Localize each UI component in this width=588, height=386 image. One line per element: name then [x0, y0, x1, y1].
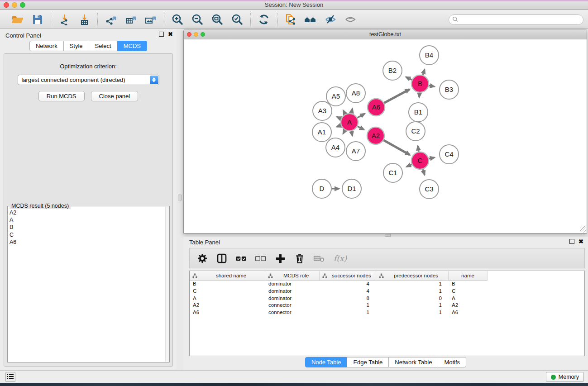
column-header-successor-nodes[interactable]: successor nodes [320, 271, 376, 281]
criterion-dropdown[interactable]: largest connected component (directed) [18, 75, 159, 85]
run-mcds-button[interactable]: Run MCDS [38, 91, 85, 101]
tab-network-table[interactable]: Network Table [388, 357, 438, 367]
zoom-fit-icon[interactable] [210, 13, 224, 26]
table-cell[interactable]: C [190, 288, 265, 295]
table-cell[interactable]: 1 [320, 309, 376, 316]
table-row[interactable]: A2connector11A2 [190, 302, 584, 309]
table-cell[interactable]: 0 [376, 295, 449, 302]
edge-B-B2[interactable] [406, 77, 412, 80]
delete-table-icon[interactable] [313, 253, 325, 264]
node-B[interactable]: B [411, 75, 429, 92]
table-cell[interactable]: A6 [190, 309, 265, 316]
node-A5[interactable]: A5 [326, 87, 345, 106]
tab-node-table[interactable]: Node Table [305, 357, 348, 367]
table-cell[interactable]: A2 [190, 302, 265, 309]
table-cell[interactable]: dominator [265, 295, 320, 302]
mcds-result-list[interactable]: A2ABCA6 [10, 209, 165, 361]
table-cell[interactable]: 4 [320, 281, 376, 288]
node-B4[interactable]: B4 [420, 46, 439, 65]
resize-grip[interactable] [580, 226, 586, 233]
table-cell[interactable]: B [449, 281, 488, 288]
table-cell[interactable]: connector [265, 309, 320, 316]
table-cell[interactable]: 8 [320, 295, 376, 302]
close-panel-icon[interactable]: ✖ [168, 32, 173, 37]
edge-C-C3[interactable] [423, 169, 425, 175]
trash-icon[interactable] [294, 253, 306, 264]
save-icon[interactable] [31, 13, 44, 26]
node-A2[interactable]: A2 [367, 127, 384, 144]
edge-A-A6[interactable] [357, 114, 364, 118]
zoom-out-icon[interactable] [191, 13, 204, 26]
tab-select[interactable]: Select [89, 41, 118, 51]
checked-boxes-icon[interactable] [235, 253, 247, 264]
tab-network[interactable]: Network [29, 41, 64, 51]
table-row[interactable]: Adominator80A [190, 295, 584, 302]
edge-A-A5[interactable] [343, 110, 345, 114]
mcds-result-item[interactable]: A [10, 216, 165, 224]
node-D[interactable]: D [312, 179, 331, 198]
edge-A2-C[interactable] [383, 140, 410, 155]
import-table-icon[interactable] [77, 13, 91, 26]
node-A8[interactable]: A8 [346, 84, 365, 103]
float-panel-icon[interactable] [159, 32, 164, 37]
table-cell[interactable]: 1 [320, 302, 376, 309]
table-cell[interactable]: dominator [265, 281, 320, 288]
vertical-splitter[interactable] [177, 29, 183, 370]
edge-C-C2[interactable] [418, 146, 419, 152]
node-B3[interactable]: B3 [440, 80, 459, 99]
zoom-selected-icon[interactable] [230, 13, 244, 26]
search-box[interactable] [449, 14, 583, 25]
node-A6[interactable]: A6 [368, 99, 385, 116]
node-table[interactable]: shared nameMCDS rolesuccessor nodesprede… [189, 271, 585, 356]
node-C[interactable]: C [411, 152, 429, 169]
edge-A6-B[interactable] [384, 89, 410, 103]
search-input[interactable] [460, 16, 583, 24]
edge-B-B1[interactable] [419, 93, 420, 97]
edge-B-B4[interactable] [423, 69, 425, 75]
table-row[interactable]: A6connector11A6 [190, 309, 584, 316]
export-network-icon[interactable] [104, 13, 118, 26]
add-icon[interactable] [274, 253, 286, 264]
table-cell[interactable]: 1 [376, 302, 449, 309]
node-A4[interactable]: A4 [326, 138, 345, 157]
close-table-panel-icon[interactable]: ✖ [578, 239, 583, 244]
node-B2[interactable]: B2 [383, 61, 402, 80]
table-cell[interactable]: A [449, 295, 488, 302]
tab-mcds[interactable]: MCDS [117, 41, 147, 51]
edge-C-C4[interactable] [429, 157, 435, 159]
edge-C-C1[interactable] [406, 164, 412, 167]
node-C4[interactable]: C4 [440, 145, 459, 164]
node-A[interactable]: A [341, 114, 358, 131]
table-cell[interactable]: A6 [449, 309, 488, 316]
table-cell[interactable]: A [190, 295, 265, 302]
close-panel-button[interactable]: Close panel [91, 91, 139, 101]
node-B1[interactable]: B1 [409, 103, 428, 122]
refresh-icon[interactable] [257, 13, 271, 26]
export-image-icon[interactable] [144, 13, 158, 26]
table-cell[interactable]: 1 [376, 281, 449, 288]
tab-motifs[interactable]: Motifs [438, 357, 466, 367]
vertical-splitter-handle[interactable] [178, 195, 182, 200]
table-cell[interactable]: 1 [376, 288, 449, 295]
mcds-result-item[interactable]: C [10, 231, 165, 238]
float-table-panel-icon[interactable] [569, 239, 574, 244]
import-network-icon[interactable] [57, 13, 71, 26]
hide-eye-icon[interactable] [324, 13, 337, 26]
mcds-result-item[interactable]: A2 [10, 209, 165, 216]
horizontal-splitter-handle[interactable] [385, 234, 391, 237]
split-view-icon[interactable] [216, 253, 228, 264]
table-row[interactable]: Cdominator41C [190, 288, 584, 295]
edge-B-B3[interactable] [429, 86, 435, 86]
mcds-result-item[interactable]: A6 [10, 238, 165, 246]
network-graph[interactable]: B4B2BB3B1A5A8A3A6AA1C2A4A7A2C4CC1C3DD1 [184, 39, 587, 233]
node-C2[interactable]: C2 [406, 122, 425, 141]
open-folder-icon[interactable] [11, 13, 24, 26]
network-window-titlebar[interactable]: testGlobe.txt [184, 29, 587, 39]
edge-A-A1[interactable] [337, 125, 341, 127]
horizontal-splitter[interactable] [183, 234, 588, 237]
tab-edge-table[interactable]: Edge Table [347, 357, 389, 367]
edge-A-A7[interactable] [351, 131, 352, 136]
edge-A-A8[interactable] [351, 109, 352, 113]
zoom-in-icon[interactable] [171, 13, 184, 26]
unchecked-boxes-icon[interactable] [255, 253, 267, 264]
